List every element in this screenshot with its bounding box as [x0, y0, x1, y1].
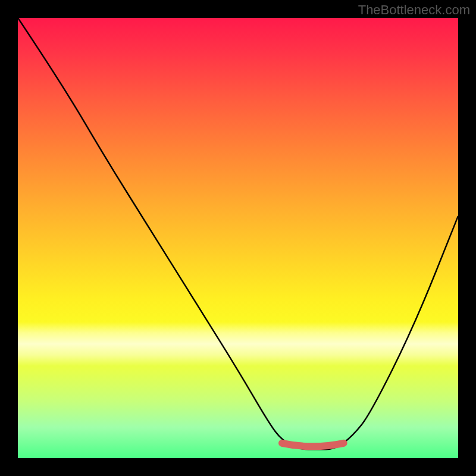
- watermark-text: TheBottleneck.com: [358, 2, 470, 18]
- curve-layer: [18, 18, 458, 458]
- optimal-marker-path: [282, 443, 344, 447]
- bottleneck-curve-path: [18, 18, 458, 449]
- chart-plot-area: [18, 18, 458, 458]
